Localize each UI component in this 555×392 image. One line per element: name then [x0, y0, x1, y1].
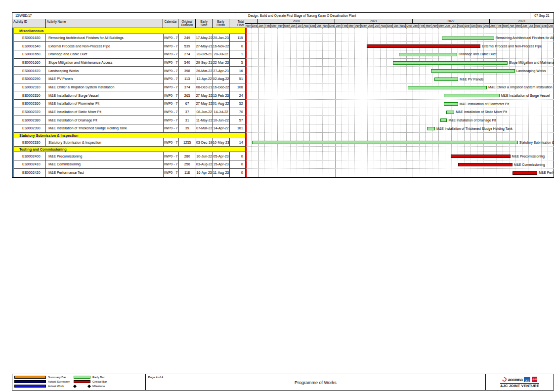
early-bar — [442, 37, 494, 40]
cell-total-float: 14 — [230, 138, 246, 147]
activity-row: ES0002380M&E Installation of Drainage Pi… — [12, 116, 554, 124]
acciona-logo-text: acciona — [508, 377, 523, 382]
early-bar — [431, 69, 515, 73]
company-logo-cell: acciona JEC 中建 AJC JOINT VENTURE — [486, 374, 554, 390]
month-header: Jan — [412, 24, 419, 28]
activity-row: ES0002420M&E Performance TestIWP0 - 7118… — [12, 169, 554, 177]
cell-calendar: IWP0 - 7 — [164, 34, 179, 42]
bar-label: M&E PV Panels — [460, 78, 483, 81]
cell-original-duration: 539 — [179, 42, 196, 50]
cell-original-duration: 398 — [179, 67, 196, 75]
cell-activity-id: ES0002350 — [12, 91, 46, 100]
month-header: Mar — [348, 24, 354, 28]
cell-activity-name: Slope Mitigation and Maintenance Access — [46, 59, 164, 67]
cell-total-float: 51 — [230, 75, 246, 83]
cell-activity-name: M&E Installation of Surge Vessel — [46, 91, 164, 100]
month-header: Jan — [258, 24, 264, 28]
cell-early-start: 17-May-22 — [196, 34, 213, 42]
month-header: Oct — [316, 24, 322, 28]
cell-early-start: 28-Oct-21 — [196, 50, 213, 59]
cell-activity-id: ES0002420 — [12, 169, 46, 177]
group-band-label: Testing and Commissioning — [12, 147, 246, 153]
cell-early-finish: 15-Apr-23 — [213, 160, 230, 169]
bar-label: M&E Chiller & Irrigation System Installa… — [488, 85, 553, 89]
cell-early-finish: 14-Jul-22 — [213, 108, 230, 117]
legend-item: Actual Work — [14, 385, 70, 388]
group-row: Testing and Commissioning — [12, 147, 554, 153]
bar-label: M&E Installation of Thickened Sludge Hol… — [436, 127, 512, 131]
activity-row: ES0002390M&E Installation of Thickened S… — [12, 124, 554, 133]
legend-swatch — [14, 376, 46, 379]
gantt-row-cell: M&E Chiller & Irrigation System Installa… — [246, 83, 554, 92]
cell-early-start: 03-Dec-19 — [196, 138, 213, 147]
legend-item: Early Bar — [74, 376, 107, 379]
cell-early-start: 30-Jun-22 — [196, 152, 213, 160]
cell-original-duration: 1255 — [179, 138, 196, 147]
cell-total-float: 1 — [230, 50, 246, 59]
page-number: Page 4 of 4 — [148, 376, 164, 379]
legend-box: Summary BarActual SummaryActual WorkEarl… — [12, 374, 146, 390]
month-header: Dec — [252, 24, 258, 28]
cell-early-start: 08-Dec-21 — [196, 83, 213, 92]
month-header: Nov — [477, 24, 483, 28]
cell-activity-name: M&E Installation of Flowmeter Pit — [46, 100, 164, 108]
cell-early-finish: 01-Aug-22 — [213, 100, 230, 108]
cell-early-finish: 16-Dec-22 — [213, 83, 230, 92]
month-header: May — [361, 24, 367, 28]
cell-activity-id: ES0002290 — [12, 75, 46, 83]
sheet-header-band: 13/WSD/17 Design, Build and Operate Firs… — [12, 12, 554, 19]
gantt-row-cell: M&E Commissioning — [246, 160, 554, 169]
month-header: Jan — [490, 24, 496, 28]
cell-early-start: 27-May-21 — [196, 42, 213, 50]
gantt-row-cell: M&E Installation of Static Mixer Pit — [246, 108, 554, 117]
legend-label: Summary Bar — [48, 376, 66, 379]
critical-bar — [367, 44, 480, 48]
legend-column-2: Early BarCritical BarMilestone — [74, 376, 107, 388]
cell-activity-id: ES0001630 — [12, 34, 46, 42]
month-header: Dec — [406, 24, 412, 28]
cell-activity-name: M&E Chiller & Irrigation System Installa… — [46, 83, 164, 92]
gantt-row-cell: Remaining Architectural Finishes for All… — [246, 34, 554, 42]
cell-activity-name: M&E PV Panels — [46, 75, 164, 83]
cell-activity-name: M&E Performance Test — [46, 169, 164, 177]
cell-total-float: 0 — [230, 152, 246, 160]
critical-bar — [512, 171, 537, 175]
legend-column-1: Summary BarActual SummaryActual Work — [14, 376, 70, 388]
cell-early-finish: 27-Apr-23 — [213, 67, 230, 75]
document-title: Programme of Works — [146, 380, 486, 385]
milestone-swatch — [74, 385, 90, 388]
legend-label: Early Bar — [92, 376, 105, 379]
column-header-3: Original Duration — [178, 19, 196, 28]
bar-label: M&E Installation of Static Mixer Pit — [456, 110, 507, 114]
group-band-label: Statutory Submission & Inspection — [12, 133, 246, 139]
month-header: Nov — [245, 24, 252, 28]
bar-label: External Process and Non-Process Pipe — [482, 44, 542, 48]
cell-early-start: 08-Jun-22 — [196, 108, 213, 117]
cell-original-duration: 540 — [179, 59, 196, 67]
cell-activity-id: ES0002390 — [12, 124, 46, 133]
cell-early-start: 27-May-22 — [196, 91, 213, 100]
cell-activity-id: ES0002400 — [12, 152, 46, 160]
year-header: 2023 — [490, 19, 554, 24]
activity-row: ES0002350M&E Installation of Surge Vesse… — [12, 91, 554, 100]
cell-total-float: 57 — [230, 116, 246, 124]
group-band-label: Miscellaneous — [12, 28, 246, 34]
gantt-row-cell: M&E Installation of Surge Vessel — [246, 91, 554, 100]
gantt-row-cell: Slope Mitigation and Maintenance Access — [246, 59, 554, 67]
project-title: Design, Build and Operate First Stage of… — [236, 13, 530, 19]
strip-green — [13, 28, 14, 177]
cell-total-float: 0 — [230, 42, 246, 50]
month-header: Sep — [464, 24, 470, 28]
month-header: Mar — [503, 24, 509, 28]
cell-activity-name: Landscaping Works — [46, 67, 164, 75]
legend-item: Milestone — [74, 385, 107, 388]
critical-bar — [451, 155, 510, 158]
legend-swatch — [14, 380, 46, 383]
cell-activity-name: M&E Precomissioning — [46, 152, 164, 160]
bar-label: Landscaping Works — [516, 69, 546, 73]
cell-calendar: IWP0 - 7 — [164, 50, 179, 59]
month-header: Jun — [367, 24, 374, 28]
month-header: Oct — [548, 24, 554, 28]
cell-early-start: 11-May-22 — [196, 116, 213, 124]
cell-original-duration: 274 — [179, 50, 196, 59]
